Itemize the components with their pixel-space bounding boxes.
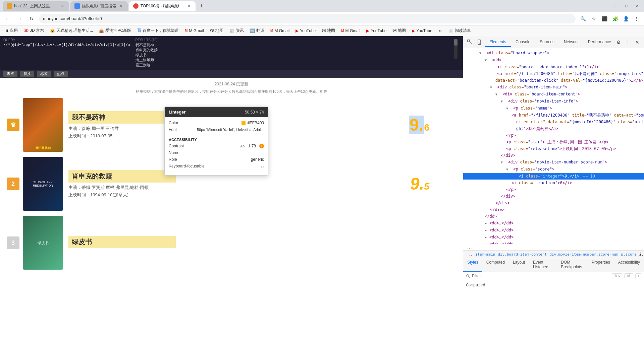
address-input[interactable] xyxy=(39,14,576,23)
tab-close-3[interactable]: ✕ xyxy=(186,3,192,9)
tree-triangle[interactable] xyxy=(485,57,489,63)
tab-label-1: hao123_上网从这里开始 xyxy=(14,3,58,9)
tab-network[interactable]: Network xyxy=(559,38,583,47)
more-options-icon[interactable]: ⋮ xyxy=(624,38,632,46)
profile-icon[interactable]: 👤 xyxy=(621,14,631,23)
tree-node: <dd>…</dd> xyxy=(463,220,644,227)
tree-triangle[interactable] xyxy=(485,234,489,240)
tab-baidu[interactable]: 猫眼电影_百度搜索 ✕ xyxy=(70,1,128,11)
bookmark-apps[interactable]: ⠿ 应用 xyxy=(3,27,20,34)
close-devtools-icon[interactable]: ✕ xyxy=(633,38,641,46)
breadcrumb-item-5[interactable]: p.score xyxy=(621,252,637,257)
tab-console[interactable]: Console xyxy=(511,38,535,47)
bookmark-baidu[interactable]: 百 百度一下，你就知道 xyxy=(135,27,181,34)
youtube2-icon: ▶ xyxy=(366,28,369,33)
gmail3-icon: M xyxy=(341,29,344,32)
cast-icon[interactable]: ⬛ xyxy=(600,14,609,23)
tree-triangle[interactable] xyxy=(485,220,489,226)
styles-tab-layout[interactable]: Layout xyxy=(509,258,529,272)
styles-tab-styles[interactable]: Styles xyxy=(463,258,482,272)
tab-hao123[interactable]: hao123_上网从这里开始 ✕ xyxy=(3,1,69,11)
tree-node: ditem-click" data-val="{movieId:1200486}… xyxy=(463,119,644,125)
star-icon[interactable]: ☆ xyxy=(589,14,598,23)
bookmark-news[interactable]: 📰 资讯 xyxy=(227,27,247,34)
results-label: RESULTS (10) xyxy=(136,38,158,42)
bookmark-gmail1[interactable]: M M Gmail xyxy=(182,28,207,34)
bookmark-translate[interactable]: 🔤 翻译 xyxy=(247,27,267,34)
tree-triangle[interactable] xyxy=(485,242,489,244)
filter-input[interactable] xyxy=(472,274,610,278)
inspect-element-icon[interactable] xyxy=(466,38,474,46)
tab-sources[interactable]: Sources xyxy=(535,38,559,47)
back-button[interactable]: ← xyxy=(3,14,12,23)
bookmark-youtube2[interactable]: ▶ YouTube xyxy=(364,28,389,34)
styles-tab-dom[interactable]: DOM Breakpoints xyxy=(557,258,588,272)
bookmark-taobao[interactable]: 👜 爱淘宝PC新版 xyxy=(96,27,134,34)
news-icon: 📰 xyxy=(229,28,234,33)
breadcrumb-item-6[interactable]: i.integer xyxy=(639,252,644,257)
score-integer-2: 9. xyxy=(410,176,424,192)
bookmark-gmail2[interactable]: M M Gmail xyxy=(268,28,292,34)
bookmark-map1[interactable]: 🗺 地图 xyxy=(207,27,226,34)
bookmark-youtube3[interactable]: ▶ YouTube xyxy=(409,28,435,34)
bookmark-reading-list[interactable]: 📖 阅读清单 xyxy=(446,27,474,34)
new-tab-button[interactable]: + xyxy=(197,1,206,11)
minimize-button[interactable]: ─ xyxy=(612,2,620,10)
tree-triangle[interactable] xyxy=(485,227,489,233)
tree-node: <dd>…</dd> xyxy=(463,234,644,241)
hotspot-button[interactable]: 热点 xyxy=(54,71,68,77)
reload-button[interactable]: ↻ xyxy=(27,14,36,23)
tree-node: <dd>…</dd> xyxy=(463,241,644,244)
tree-triangle[interactable] xyxy=(479,50,484,56)
breadcrumb-item-4[interactable]: div.movie-item-number.score-num xyxy=(549,252,618,257)
filter-toggle-cls[interactable]: .cls xyxy=(624,273,633,278)
styles-tab-computed[interactable]: Computed xyxy=(482,258,509,272)
tree-triangle[interactable] xyxy=(506,106,511,112)
contrast-label: Contrast xyxy=(169,144,184,148)
forward-button[interactable]: → xyxy=(15,14,24,23)
tree-node: <dd>…</dd> xyxy=(463,227,644,234)
tab-performance[interactable]: Performance xyxy=(583,38,613,47)
bookmark-map3[interactable]: 🗺 地图 xyxy=(390,27,409,34)
tree-triangle[interactable] xyxy=(501,98,505,105)
find-button[interactable]: 查找 xyxy=(3,71,17,77)
styles-tab-properties[interactable]: Properties xyxy=(588,258,614,272)
tag-button[interactable]: 标签 xyxy=(37,71,51,77)
bookmark-gmail3[interactable]: M M Gmail xyxy=(338,28,363,34)
search-icon[interactable]: 🔍 xyxy=(578,14,588,23)
settings-icon[interactable]: ⚙ xyxy=(614,38,623,46)
mobile-view-icon[interactable] xyxy=(475,38,483,46)
tree-triangle[interactable] xyxy=(506,166,511,172)
tree-node: <p class="star"> 主演：徐峥,周一围,王传君 </p> xyxy=(463,139,644,145)
tree-triangle[interactable] xyxy=(501,159,505,165)
tab-close-2[interactable]: ✕ xyxy=(118,3,124,9)
tree-triangle[interactable] xyxy=(490,84,495,90)
tab-elements[interactable]: Elements xyxy=(485,38,511,47)
movie-cast-2: 主演：蒂姆·罗宾斯,摩根·弗里曼,鲍勃·冈顿 xyxy=(68,185,456,191)
computed-label: Computed xyxy=(466,283,485,287)
maximize-button[interactable]: □ xyxy=(623,2,631,10)
breadcrumb-item-1[interactable]: ... xyxy=(466,252,473,257)
bookmark-map2[interactable]: 🗺 地图 xyxy=(319,27,338,34)
tab-maoyan[interactable]: TOP100榜 - 猫眼电影 - 一网打尽... ✕ xyxy=(129,1,196,11)
bookmarks-more[interactable]: » xyxy=(436,26,445,36)
more-menu-icon[interactable]: ⋮ xyxy=(632,14,641,23)
styles-tab-events[interactable]: Event Listeners xyxy=(529,258,557,272)
close-button[interactable]: ✕ xyxy=(633,2,641,10)
bookmark-tmall[interactable]: 🐱 天猫精选·理想生活... xyxy=(47,27,96,34)
tree-triangle[interactable] xyxy=(495,91,500,97)
contrast-warning-icon: ! xyxy=(259,144,264,148)
breadcrumb-item-2[interactable]: item-main xyxy=(475,252,495,257)
styles-tab-accessibility[interactable]: Accessibility xyxy=(614,258,644,272)
query-scrollbar xyxy=(454,39,458,59)
tree-node-selected[interactable]: <i class="integer">9.</i> == $0 xyxy=(463,173,644,180)
breadcrumb-item-3[interactable]: div.board-item-content xyxy=(498,252,547,257)
extensions-icon[interactable]: 🧩 xyxy=(610,14,620,23)
filter-toggle-hov[interactable]: :hov xyxy=(612,273,622,278)
bookmark-youtube1[interactable]: ▶ YouTube xyxy=(293,28,318,34)
bookmark-jd[interactable]: JD JD 京东 xyxy=(21,27,47,34)
tab-close-1[interactable]: ✕ xyxy=(60,3,65,9)
replace-button[interactable]: 替换 xyxy=(20,71,34,77)
html-val: "board-wrapper" xyxy=(511,51,547,55)
filter-toggle-add[interactable]: + xyxy=(635,273,641,278)
